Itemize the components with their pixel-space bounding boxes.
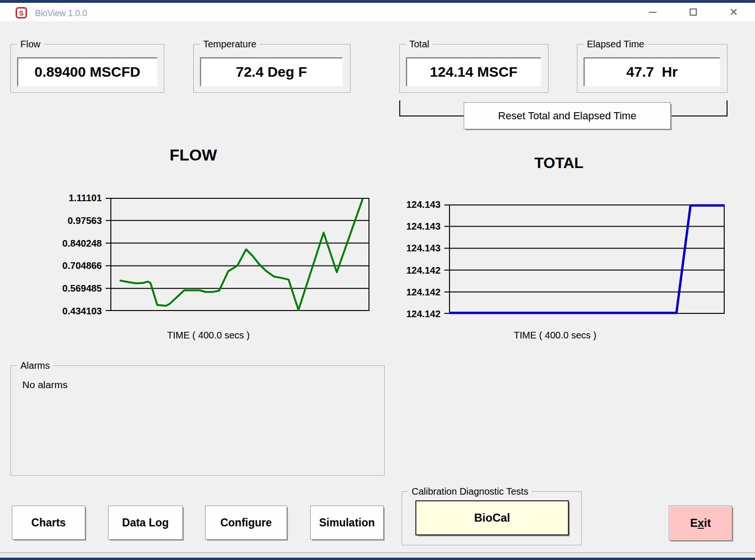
flow-groupbox: Flow 0.89400 MSCFD	[10, 44, 164, 93]
total-ytick: 124.142	[406, 265, 440, 276]
calibration-groupbox: Calibration Diagnostic Tests BioCal	[402, 491, 582, 545]
flow-ytick: 0.97563	[68, 215, 102, 226]
simulation-button[interactable]: Simulation	[310, 506, 384, 540]
maximize-button[interactable]	[682, 3, 704, 21]
alarms-group-label: Alarms	[17, 360, 53, 371]
bottom-area	[0, 553, 755, 558]
temperature-group-label: Temperature	[200, 39, 260, 50]
flow-chart-title: FLOW	[146, 146, 241, 164]
charts-button[interactable]: Charts	[12, 506, 85, 540]
minimize-icon	[649, 12, 656, 13]
total-ytick: 124.143	[406, 243, 440, 254]
elapsed-time-value-display: 47.7 Hr	[584, 57, 720, 87]
flow-ytick: 0.704866	[63, 260, 102, 271]
total-ytick: 124.143	[406, 199, 440, 210]
flow-ytick: 1.11101	[69, 193, 102, 204]
exit-label: Exit	[690, 516, 711, 530]
total-chart: 124.143124.143124.143124.142124.142124.1…	[443, 204, 725, 314]
flow-chart: 1.111010.975630.8402480.7048660.5694850.…	[105, 198, 369, 311]
total-time-label: TIME ( 400.0 secs )	[508, 330, 602, 341]
temperature-groupbox: Temperature 72.4 Deg F	[193, 44, 351, 93]
total-ytick: 124.143	[406, 221, 440, 232]
total-value-display: 124.14 MSCF	[406, 57, 541, 87]
flow-time-label: TIME ( 400.0 secs )	[161, 330, 256, 341]
elapsed-time-groupbox: Elapsed Time 47.7 Hr	[577, 44, 728, 93]
exit-button[interactable]: Exit	[669, 506, 732, 541]
minimize-button[interactable]	[642, 3, 664, 21]
total-groupbox: Total 124.14 MSCF	[399, 44, 548, 93]
bracket-right-horizontal	[670, 116, 728, 116]
bracket-left-horizontal	[399, 116, 466, 116]
app-icon: S	[16, 7, 27, 18]
window-title: BioView 1.0.0	[35, 9, 87, 18]
total-ytick: 124.142	[406, 286, 440, 297]
titlebar: S BioView 1.0.0 ✕	[0, 3, 755, 21]
temperature-value-display: 72.4 Deg F	[200, 57, 343, 87]
configure-button[interactable]: Configure	[205, 506, 287, 540]
flow-ytick: 0.569485	[63, 283, 102, 294]
window-bottom-border	[0, 558, 755, 560]
reset-total-button[interactable]: Reset Total and Elapsed Time	[464, 102, 671, 129]
flow-ytick: 0.434103	[63, 306, 102, 317]
data-log-button[interactable]: Data Log	[108, 506, 183, 540]
bracket-left-vertical	[399, 100, 400, 116]
alarms-message: No alarms	[22, 379, 68, 391]
biocal-button[interactable]: BioCal	[415, 500, 569, 535]
close-icon: ✕	[729, 7, 738, 18]
bracket-right-vertical	[727, 100, 728, 116]
maximize-icon	[690, 9, 697, 16]
alarms-groupbox: Alarms No alarms	[10, 365, 385, 476]
elapsed-time-group-label: Elapsed Time	[584, 39, 647, 50]
flow-group-label: Flow	[17, 39, 44, 50]
calibration-group-label: Calibration Diagnostic Tests	[408, 486, 531, 497]
flow-value-display: 0.89400 MSCFD	[17, 57, 158, 87]
total-ytick: 124.142	[406, 309, 440, 320]
bioview-window: S BioView 1.0.0 ✕ Flow 0.89400 MSCFD Tem…	[0, 0, 755, 560]
close-button[interactable]: ✕	[723, 3, 745, 21]
flow-ytick: 0.840248	[63, 238, 102, 249]
total-group-label: Total	[406, 39, 432, 50]
total-chart-title: TOTAL	[512, 154, 606, 172]
